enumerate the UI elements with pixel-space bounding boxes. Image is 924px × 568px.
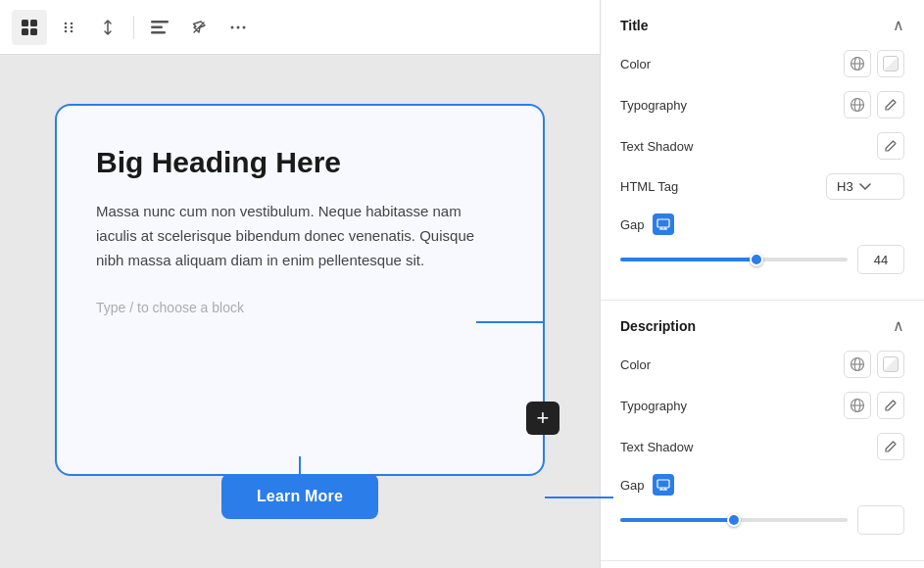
title-typography-controls bbox=[844, 91, 904, 118]
desc-typography-edit-btn[interactable] bbox=[877, 392, 904, 419]
svg-rect-1 bbox=[30, 20, 37, 26]
title-typography-edit-btn[interactable] bbox=[877, 91, 904, 118]
align-button[interactable] bbox=[142, 10, 177, 45]
desc-color-row: Color bbox=[620, 351, 904, 378]
globe-icon-2 bbox=[850, 97, 865, 113]
drag-button[interactable] bbox=[51, 10, 86, 45]
svg-point-7 bbox=[71, 25, 73, 28]
widget-icon bbox=[21, 19, 38, 36]
svg-rect-32 bbox=[657, 480, 669, 488]
drag-icon bbox=[61, 20, 76, 35]
title-gap-slider-fill bbox=[620, 258, 756, 261]
pencil-icon bbox=[884, 98, 898, 112]
desc-shadow-row: Text Shadow bbox=[620, 433, 904, 460]
title-color-global-btn[interactable] bbox=[844, 50, 871, 77]
desc-typography-global-btn[interactable] bbox=[844, 392, 871, 419]
title-gap-slider-thumb[interactable] bbox=[750, 253, 763, 266]
title-html-tag-controls: H3 bbox=[826, 173, 904, 200]
svg-rect-3 bbox=[30, 28, 37, 35]
svg-rect-0 bbox=[22, 20, 28, 26]
desc-color-global-btn[interactable] bbox=[844, 351, 871, 378]
description-chevron-icon[interactable]: ∧ bbox=[893, 316, 904, 335]
svg-point-15 bbox=[243, 25, 246, 28]
monitor-icon bbox=[657, 217, 670, 231]
title-typography-global-btn[interactable] bbox=[844, 91, 871, 118]
title-chevron-icon[interactable]: ∧ bbox=[893, 16, 904, 34]
card-placeholder[interactable]: Type / to choose a block bbox=[96, 300, 504, 315]
svg-point-8 bbox=[65, 29, 68, 32]
title-color-picker-btn[interactable] bbox=[877, 50, 904, 77]
title-shadow-controls bbox=[877, 132, 904, 160]
desc-gap-slider[interactable] bbox=[620, 518, 848, 522]
title-section-label: Title bbox=[620, 18, 649, 33]
canvas-area: Big Heading Here Massa nunc cum non vest… bbox=[35, 55, 564, 568]
globe-icon-4 bbox=[850, 398, 865, 413]
title-typography-label: Typography bbox=[620, 98, 687, 113]
svg-point-5 bbox=[71, 22, 73, 24]
desc-gap-slider-row bbox=[620, 505, 904, 535]
svg-rect-10 bbox=[151, 21, 169, 24]
desc-gap-device-icon[interactable] bbox=[653, 474, 674, 496]
title-html-tag-row: HTML Tag H3 bbox=[620, 173, 904, 200]
title-gap-row: Gap 44 bbox=[620, 213, 904, 274]
desc-typography-row: Typography bbox=[620, 392, 904, 419]
desc-shadow-label: Text Shadow bbox=[620, 440, 693, 454]
more-button[interactable] bbox=[220, 10, 256, 45]
desc-color-label: Color bbox=[620, 357, 651, 372]
add-block-button[interactable]: + bbox=[526, 402, 559, 435]
desc-gap-label: Gap bbox=[620, 478, 645, 493]
bottom-connector bbox=[299, 456, 301, 476]
title-section: Title ∧ Color Typography bbox=[601, 0, 924, 301]
globe-icon-3 bbox=[850, 356, 865, 372]
title-typography-row: Typography bbox=[620, 91, 904, 118]
description-section-label: Description bbox=[620, 318, 696, 334]
title-gap-label: Gap bbox=[620, 217, 645, 232]
learn-more-button[interactable]: Learn More bbox=[221, 474, 378, 519]
move-button[interactable] bbox=[90, 10, 125, 45]
title-shadow-label: Text Shadow bbox=[620, 139, 693, 154]
title-section-header: Title ∧ bbox=[620, 16, 904, 34]
globe-icon bbox=[850, 56, 865, 71]
title-gap-device-icon[interactable] bbox=[653, 213, 674, 235]
description-section: Description ∧ Color Typograp bbox=[601, 301, 924, 561]
desc-gap-slider-thumb[interactable] bbox=[727, 513, 741, 527]
desc-typography-label: Typography bbox=[620, 399, 687, 413]
title-color-row: Color bbox=[620, 50, 904, 77]
desc-shadow-edit-btn[interactable] bbox=[877, 433, 904, 460]
pin-button[interactable] bbox=[181, 10, 217, 45]
html-tag-select[interactable]: H3 bbox=[826, 173, 904, 200]
more-icon bbox=[230, 25, 246, 29]
left-panel: Big Heading Here Massa nunc cum non vest… bbox=[0, 0, 600, 568]
svg-rect-2 bbox=[22, 28, 28, 35]
title-gap-slider-row: 44 bbox=[620, 245, 904, 274]
pin-icon bbox=[191, 20, 207, 35]
svg-point-4 bbox=[65, 22, 68, 24]
svg-point-13 bbox=[231, 25, 234, 28]
title-shadow-edit-btn[interactable] bbox=[877, 132, 904, 160]
move-icon bbox=[99, 19, 117, 36]
title-gap-value: 44 bbox=[857, 245, 904, 274]
desc-color-controls bbox=[844, 351, 904, 378]
title-color-controls bbox=[844, 50, 904, 77]
desc-typography-controls bbox=[844, 392, 904, 419]
card-description: Massa nunc cum non vestibulum. Neque hab… bbox=[96, 200, 504, 272]
widget-button[interactable] bbox=[12, 10, 47, 45]
card-heading: Big Heading Here bbox=[96, 145, 504, 180]
desc-color-picker-btn[interactable] bbox=[877, 351, 904, 378]
pencil-icon-2 bbox=[884, 139, 898, 153]
pencil-icon-3 bbox=[884, 399, 898, 412]
right-connector bbox=[476, 321, 545, 323]
title-html-tag-label: HTML Tag bbox=[620, 179, 678, 194]
title-gap-slider[interactable] bbox=[620, 258, 848, 261]
learn-more-right-connector bbox=[545, 497, 613, 498]
desc-gap-slider-fill bbox=[620, 518, 734, 522]
align-icon bbox=[151, 21, 169, 34]
description-section-header: Description ∧ bbox=[620, 316, 904, 335]
color-swatch bbox=[883, 56, 899, 71]
desc-shadow-controls bbox=[877, 433, 904, 460]
chevron-down-icon bbox=[859, 183, 871, 191]
svg-rect-22 bbox=[657, 219, 669, 227]
toolbar-divider bbox=[133, 16, 134, 39]
desc-gap-value bbox=[857, 505, 904, 535]
monitor-icon-2 bbox=[657, 478, 670, 492]
